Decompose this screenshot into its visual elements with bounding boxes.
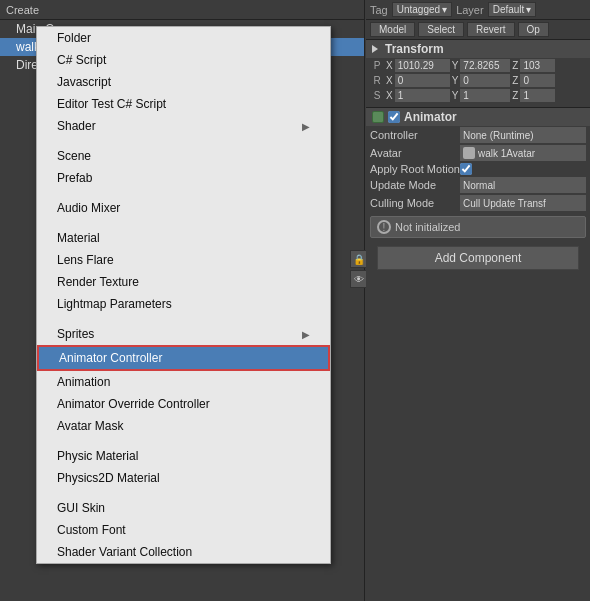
context-menu-item-19[interactable]: GUI Skin: [37, 497, 330, 519]
layer-label: Layer: [456, 4, 484, 16]
context-menu-item-21[interactable]: Shader Variant Collection: [37, 541, 330, 563]
menu-separator: [37, 489, 330, 497]
pz-label: Z: [512, 60, 518, 71]
context-menu-item-15[interactable]: Animator Override Controller: [37, 393, 330, 415]
avatar-value[interactable]: walk 1Avatar: [460, 145, 586, 161]
py-input[interactable]: [460, 59, 510, 72]
context-menu-item-13[interactable]: Animator Controller: [37, 345, 330, 371]
pz-input[interactable]: [520, 59, 555, 72]
sz-input[interactable]: [520, 89, 555, 102]
animator-enabled-checkbox[interactable]: [388, 111, 400, 123]
sx-label: X: [386, 90, 393, 101]
rx-input[interactable]: [395, 74, 450, 87]
animator-icon: [372, 111, 384, 123]
update-mode-row: Update Mode Normal: [366, 176, 590, 194]
arrow-icon: ▶: [302, 329, 310, 340]
sy-input[interactable]: [460, 89, 510, 102]
context-menu-item-18[interactable]: Physics2D Material: [37, 467, 330, 489]
avatar-thumb: [463, 147, 475, 159]
apply-root-row: Apply Root Motion: [366, 162, 590, 176]
context-menu-item-8[interactable]: Material: [37, 227, 330, 249]
open-button[interactable]: Op: [518, 22, 549, 37]
rz-input[interactable]: [520, 74, 555, 87]
menu-separator: [37, 437, 330, 445]
arrow-icon: ▶: [302, 121, 310, 132]
culling-value[interactable]: Cull Update Transf: [460, 195, 586, 211]
model-row: Model Select Revert Op: [366, 20, 590, 39]
revert-button[interactable]: Revert: [467, 22, 514, 37]
model-button[interactable]: Model: [370, 22, 415, 37]
inspector-panel: Tag Untagged ▾ Layer Default ▾ Model Sel…: [366, 0, 590, 601]
context-menu-item-5[interactable]: Scene: [37, 145, 330, 167]
menu-separator: [37, 219, 330, 227]
warning-text: Not initialized: [395, 221, 460, 233]
context-menu-item-16[interactable]: Avatar Mask: [37, 415, 330, 437]
context-menu-item-9[interactable]: Lens Flare: [37, 249, 330, 271]
sy-label: Y: [452, 90, 459, 101]
sx-input[interactable]: [395, 89, 450, 102]
tag-dropdown[interactable]: Untagged ▾: [392, 2, 452, 17]
context-menu: FolderC# ScriptJavascriptEditor Test C# …: [36, 26, 331, 564]
hierarchy-header: Create: [0, 0, 364, 20]
px-input[interactable]: [395, 59, 450, 72]
controller-value[interactable]: None (Runtime): [460, 127, 586, 143]
r-label: R: [370, 75, 384, 86]
context-menu-item-12[interactable]: Sprites▶: [37, 323, 330, 345]
context-menu-item-6[interactable]: Prefab: [37, 167, 330, 189]
select-button[interactable]: Select: [418, 22, 464, 37]
py-label: Y: [452, 60, 459, 71]
rz-label: Z: [512, 75, 518, 86]
context-menu-item-4[interactable]: Shader▶: [37, 115, 330, 137]
context-menu-item-1[interactable]: C# Script: [37, 49, 330, 71]
p-label: P: [370, 60, 384, 71]
controller-row: Controller None (Runtime): [366, 126, 590, 144]
s-label: S: [370, 90, 384, 101]
ry-input[interactable]: [460, 74, 510, 87]
animator-header: Animator: [366, 107, 590, 126]
sz-label: Z: [512, 90, 518, 101]
warning-icon: !: [377, 220, 391, 234]
hierarchy-title: Create: [6, 4, 39, 16]
menu-separator: [37, 137, 330, 145]
update-value[interactable]: Normal: [460, 177, 586, 193]
ry-label: Y: [452, 75, 459, 86]
warning-box: ! Not initialized: [370, 216, 586, 238]
context-menu-item-7[interactable]: Audio Mixer: [37, 197, 330, 219]
culling-mode-row: Culling Mode Cull Update Transf: [366, 194, 590, 212]
px-label: X: [386, 60, 393, 71]
transform-expand-icon: [372, 45, 378, 53]
menu-separator: [37, 315, 330, 323]
context-menu-item-17[interactable]: Physic Material: [37, 445, 330, 467]
avatar-row: Avatar walk 1Avatar: [366, 144, 590, 162]
context-menu-item-2[interactable]: Javascript: [37, 71, 330, 93]
layer-dropdown[interactable]: Default ▾: [488, 2, 537, 17]
tag-label: Tag: [370, 4, 388, 16]
rx-label: X: [386, 75, 393, 86]
transform-header: Transform: [366, 39, 590, 58]
context-menu-item-0[interactable]: Folder: [37, 27, 330, 49]
context-menu-item-11[interactable]: Lightmap Parameters: [37, 293, 330, 315]
context-menu-item-10[interactable]: Render Texture: [37, 271, 330, 293]
context-menu-item-14[interactable]: Animation: [37, 371, 330, 393]
menu-separator: [37, 189, 330, 197]
inspector-top-bar: Tag Untagged ▾ Layer Default ▾: [366, 0, 590, 20]
apply-root-checkbox[interactable]: [460, 163, 472, 175]
context-menu-item-20[interactable]: Custom Font: [37, 519, 330, 541]
add-component-button[interactable]: Add Component: [377, 246, 579, 270]
context-menu-item-3[interactable]: Editor Test C# Script: [37, 93, 330, 115]
